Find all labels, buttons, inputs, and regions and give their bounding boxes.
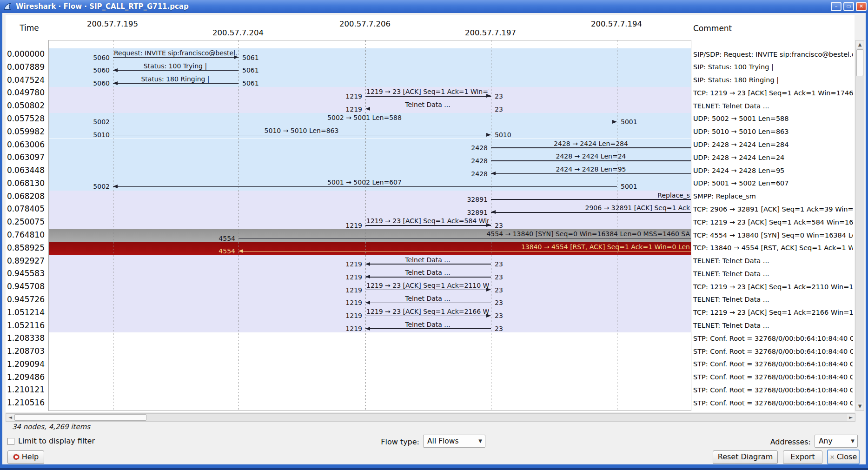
flow-row-stripe[interactable] (49, 384, 691, 397)
flow-arrow-line (491, 160, 691, 161)
src-port-label: 32891 (448, 209, 488, 216)
flow-row-stripe[interactable] (49, 358, 691, 371)
flow-arrow-line (365, 264, 491, 265)
time-value: 0.063448 (4, 166, 45, 175)
flow-arrow-line (491, 199, 691, 200)
time-value: 1.209486 (4, 373, 45, 382)
dst-port-label: 23 (495, 260, 534, 268)
flow-arrow-label: Replace_s (492, 192, 690, 199)
flow-row-stripe[interactable] (49, 371, 691, 384)
addresses-label: Addresses: (762, 437, 811, 446)
time-value: 0.063097 (4, 153, 45, 162)
comment-value: TELNET: Telnet Data ... (693, 270, 853, 278)
src-port-label: 1219 (323, 312, 362, 319)
dst-port-label: 23 (495, 325, 534, 332)
comment-value: STP: Conf. Root = 32768/0/00:b0:64:10:84… (693, 347, 853, 356)
flow-row-stripe[interactable] (49, 332, 691, 345)
node-header: 200.57.7.195 (87, 20, 138, 28)
maximize-button[interactable]: ▭ (843, 2, 854, 11)
time-value: 0.047524 (4, 76, 45, 85)
comment-value: STP: Conf. Root = 32768/0/00:b0:64:10:84… (693, 360, 853, 368)
flow-arrow-label: Status: 100 Trying | (114, 62, 237, 70)
comment-value: TELNET: Telnet Data ... (693, 295, 853, 304)
close-button[interactable]: ✕Close (827, 450, 860, 464)
help-button[interactable]: Help (7, 450, 44, 464)
window-border-bottom (0, 464, 868, 468)
lifeline (113, 40, 113, 411)
comment-value: TCP: 1219 → 23 [ACK] Seq=1 Ack=2110 Win=… (693, 283, 853, 291)
reset-diagram-button[interactable]: Reset Diagram (713, 450, 778, 464)
window-close-button[interactable]: ✕ (856, 2, 867, 11)
horizontal-scroll-thumb[interactable] (14, 414, 146, 421)
flow-arrow-label: 1219 → 23 [ACK] Seq=1 Ack=584 Win... (366, 217, 489, 225)
flow-arrow-label: 2906 → 32891 [ACK] Seq=1 Ack (492, 204, 690, 212)
flow-arrow-label: 5010 → 5010 Len=863 (114, 127, 489, 135)
comment-value: TELNET: Telnet Data ... (693, 257, 853, 265)
flow-arrow-label: 5001 → 5002 Len=607 (114, 179, 615, 186)
src-port-label: 2428 (448, 170, 488, 178)
window-border-bottom-edge (0, 468, 868, 470)
flow-row-stripe[interactable] (49, 397, 691, 410)
flow-arrow-label: 1219 → 23 [ACK] Seq=1 Ack=2110 Win... (366, 282, 489, 290)
comment-value: TCP: 1219 → 23 [ACK] Seq=1 Ack=2166 Win=… (693, 308, 853, 317)
flow-arrow-line (365, 316, 491, 317)
flow-arrow-label: Telnet Data ... (366, 101, 489, 109)
flow-arrow-line (113, 122, 617, 123)
flow-arrow-line (239, 251, 691, 252)
export-button[interactable]: Export (783, 450, 822, 464)
limit-display-filter-label[interactable]: Limit to display filter (18, 437, 95, 445)
window-border-left (0, 13, 2, 470)
comment-value: SMPP: Replace_sm (693, 192, 853, 200)
flow-row-stripe[interactable] (49, 345, 691, 358)
flow-arrow-label: 2428 → 2424 Len=24 (492, 152, 690, 160)
minimize-button[interactable]: – (831, 2, 841, 11)
scroll-left-icon[interactable]: ◄ (7, 414, 14, 421)
flow-type-label: Flow type: (367, 437, 419, 446)
flow-arrow-label: 1219 → 23 [ACK] Seq=1 Ack=2166 Win... (366, 308, 489, 316)
time-value: 1.052116 (4, 321, 45, 330)
flow-arrow-line (365, 303, 491, 304)
time-value: 0.945708 (4, 282, 45, 291)
src-port-label: 5060 (70, 79, 110, 87)
limit-display-filter-checkbox[interactable] (7, 438, 14, 445)
close-icon: ✕ (830, 454, 835, 461)
comment-column-header: Comment (693, 24, 732, 33)
comment-value: UDP: 5001 → 5002 Len=607 (693, 179, 853, 187)
scroll-down-icon[interactable]: ▼ (856, 403, 863, 410)
chevron-down-icon: ▼ (851, 435, 855, 447)
flow-arrow-label: Request: INVITE sip:francisco@bestel.c..… (114, 49, 237, 57)
titlebar[interactable]: Wireshark · Flow · SIP_CALL_RTP_G711.pca… (0, 0, 868, 13)
flow-arrow-line (365, 290, 491, 291)
horizontal-scrollbar[interactable]: ◄ ► (6, 413, 855, 422)
node-header: 200.57.7.194 (591, 20, 642, 28)
vertical-scrollbar[interactable]: ▲ ▼ (855, 40, 864, 411)
src-port-label: 4554 (196, 247, 235, 255)
flow-arrow-line (365, 277, 491, 278)
flow-arrow-label: Telnet Data ... (366, 256, 489, 264)
time-value: 1.208338 (4, 334, 45, 343)
comment-value: SIP/SDP: Request: INVITE sip:francisco@b… (693, 50, 853, 59)
src-port-label: 1219 (323, 260, 362, 268)
time-value: 1.210121 (4, 385, 45, 394)
vertical-scroll-thumb[interactable] (856, 49, 863, 76)
flow-type-select[interactable]: All Flows ▼ (423, 435, 485, 448)
scroll-up-icon[interactable]: ▲ (856, 41, 863, 48)
comment-value: STP: Conf. Root = 32768/0/00:b0:64:10:84… (693, 373, 853, 381)
src-port-label: 4554 (196, 235, 235, 242)
addresses-value: Any (819, 437, 833, 445)
time-value: 0.007889 (4, 63, 45, 72)
dst-port-label: 5061 (242, 54, 282, 61)
comment-value: TELNET: Telnet Data ... (693, 102, 853, 110)
time-value: 0.059982 (4, 127, 45, 136)
time-value: 0.858925 (4, 244, 45, 252)
comment-value: SIP: Status: 100 Trying | (693, 63, 853, 71)
src-port-label: 1219 (323, 286, 362, 294)
comment-value: STP: Conf. Root = 32768/0/00:b0:64:10:84… (693, 334, 853, 343)
src-port-label: 1219 (323, 106, 362, 113)
scroll-right-icon[interactable]: ► (847, 414, 855, 421)
flow-arrow-line (239, 238, 691, 239)
flow-diagram[interactable]: Request: INVITE sip:francisco@bestel.c..… (48, 40, 691, 411)
addresses-select[interactable]: Any ▼ (815, 435, 858, 448)
flow-arrow-line (365, 328, 491, 329)
flow-arrow-line (365, 109, 491, 110)
